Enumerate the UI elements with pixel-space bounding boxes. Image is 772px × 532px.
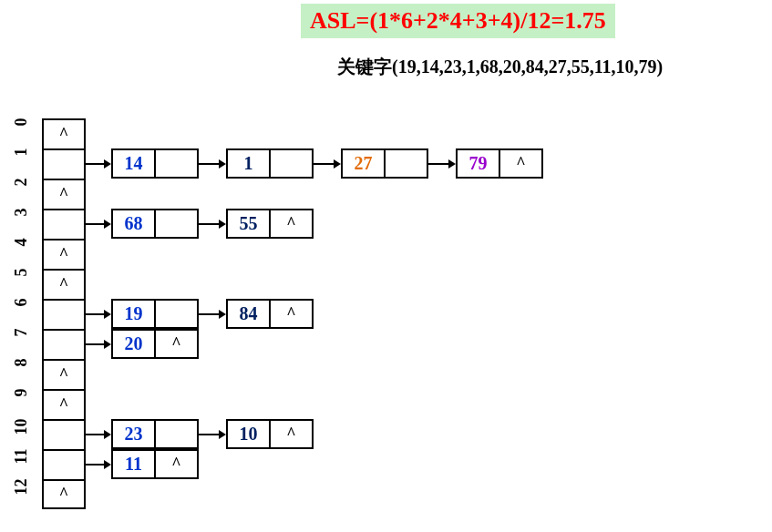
node-pointer: [156, 421, 197, 447]
bucket-row: 12^: [0, 479, 545, 509]
node-pointer: [156, 210, 197, 237]
svg-marker-13: [104, 310, 111, 319]
list-node: 14: [111, 148, 199, 179]
keywords-label: 关键字: [337, 56, 392, 77]
list-node: 19: [111, 299, 199, 329]
keywords-values: (19,14,23,1,68,20,84,27,55,11,10,79): [392, 56, 663, 77]
node-pointer: [271, 150, 312, 177]
keywords-line: 关键字(19,14,23,1,68,20,84,27,55,11,10,79): [337, 55, 663, 79]
null-marker: ^: [59, 185, 68, 204]
arrow-icon: [199, 155, 226, 173]
bucket-row: 5^: [0, 269, 545, 299]
list-node: 1: [226, 148, 314, 179]
list-node: 23: [111, 419, 199, 449]
list-node: 10^: [226, 419, 314, 449]
node-value: 19: [113, 301, 156, 327]
svg-marker-11: [219, 220, 226, 229]
svg-marker-1: [104, 159, 111, 169]
bucket-cell: [42, 148, 86, 179]
node-pointer: ^: [271, 210, 312, 237]
null-marker: ^: [59, 275, 68, 294]
null-marker: ^: [59, 245, 68, 264]
svg-marker-21: [219, 430, 226, 439]
bucket-row: 36855^: [0, 209, 545, 239]
bucket-cell: [42, 209, 86, 239]
node-pointer: ^: [271, 301, 312, 327]
null-marker: ^: [171, 455, 180, 474]
null-marker: ^: [59, 365, 68, 384]
null-marker: ^: [59, 395, 68, 414]
node-value: 20: [113, 331, 156, 357]
null-marker: ^: [286, 214, 295, 233]
svg-marker-7: [448, 159, 456, 169]
arrow-icon: [84, 155, 111, 173]
null-marker: ^: [516, 154, 525, 173]
node-value: 55: [228, 210, 271, 237]
node-pointer: ^: [271, 421, 312, 447]
bucket-cell: [42, 449, 86, 479]
bucket-row: 102310^: [0, 419, 545, 449]
bucket-cell: ^: [42, 479, 86, 509]
bucket-row: 720^: [0, 329, 545, 359]
bucket-row: 1111^: [0, 449, 545, 479]
list-node: 55^: [226, 209, 314, 239]
node-value: 27: [343, 150, 386, 177]
node-value: 11: [113, 451, 156, 477]
list-node: 68: [111, 209, 199, 239]
bucket-cell: [42, 329, 86, 359]
arrow-icon: [428, 155, 456, 173]
null-marker: ^: [171, 334, 180, 353]
bucket-cell: ^: [42, 118, 86, 148]
bucket-cell: [42, 299, 86, 329]
node-value: 84: [228, 301, 271, 327]
null-marker: ^: [59, 125, 68, 144]
arrow-icon: [314, 155, 341, 173]
list-node: 79^: [456, 148, 543, 179]
svg-marker-19: [104, 430, 111, 439]
list-node: 84^: [226, 299, 314, 329]
arrow-icon: [199, 425, 226, 444]
bucket-row: 8^: [0, 359, 545, 389]
bucket-cell: [42, 419, 86, 449]
node-pointer: ^: [156, 331, 197, 357]
bucket-row: 61984^: [0, 299, 545, 329]
arrow-icon: [84, 425, 111, 444]
bucket-row: 9^: [0, 389, 545, 419]
svg-marker-15: [219, 310, 226, 319]
bucket-cell: ^: [42, 269, 86, 299]
asl-formula: ASL=(1*6+2*4+3+4)/12=1.75: [301, 4, 615, 38]
bucket-row: 0^: [0, 118, 545, 148]
bucket-row: 4^: [0, 239, 545, 269]
arrow-icon: [199, 215, 226, 233]
arrow-icon: [84, 215, 111, 233]
hash-table-diagram: 0^11412779^2^36855^4^5^61984^720^8^9^102…: [0, 118, 545, 509]
bucket-index: 12: [12, 474, 31, 516]
bucket-cell: ^: [42, 389, 86, 419]
bucket-cell: ^: [42, 239, 86, 269]
bucket-row: 2^: [0, 179, 545, 209]
node-value: 1: [228, 150, 271, 177]
node-pointer: [386, 150, 427, 177]
list-node: 27: [341, 148, 428, 179]
svg-marker-9: [104, 220, 111, 229]
arrow-icon: [84, 455, 111, 474]
node-pointer: [156, 150, 197, 177]
svg-marker-5: [334, 159, 341, 169]
node-value: 14: [113, 150, 156, 177]
node-value: 68: [113, 210, 156, 237]
node-pointer: [156, 301, 197, 327]
arrow-icon: [84, 335, 111, 353]
bucket-cell: ^: [42, 179, 86, 209]
bucket-row: 11412779^: [0, 148, 545, 179]
bucket-cell: ^: [42, 359, 86, 389]
null-marker: ^: [286, 425, 295, 444]
list-node: 20^: [111, 329, 199, 359]
node-pointer: ^: [500, 150, 541, 177]
list-node: 11^: [111, 449, 199, 479]
node-value: 23: [113, 421, 156, 447]
null-marker: ^: [59, 485, 68, 504]
svg-marker-3: [219, 159, 226, 169]
arrow-icon: [199, 305, 226, 323]
svg-marker-23: [104, 460, 111, 469]
node-value: 10: [228, 421, 271, 447]
